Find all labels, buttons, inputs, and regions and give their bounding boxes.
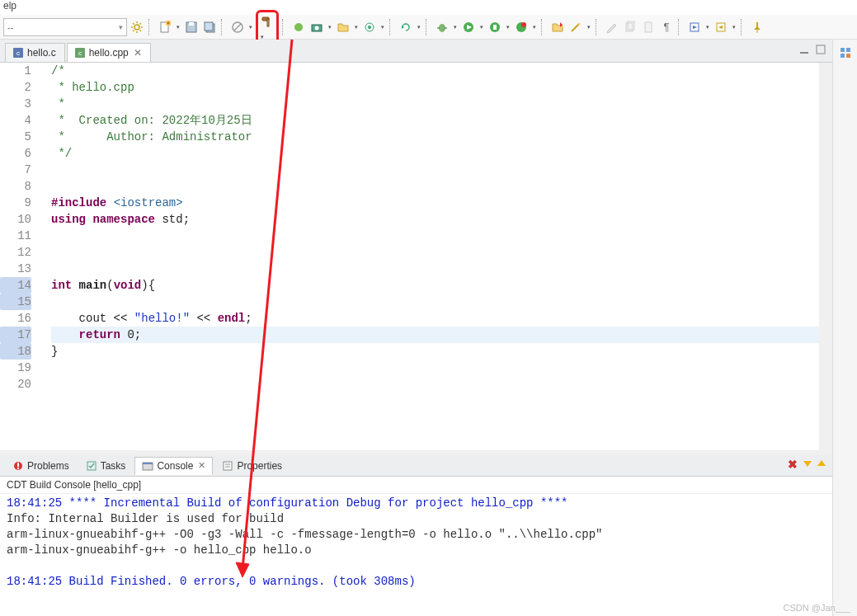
folder-dropdown[interactable]: ▾ bbox=[353, 24, 360, 31]
svg-rect-52 bbox=[817, 45, 825, 54]
code-line[interactable]: int main(void){ bbox=[51, 277, 832, 294]
code-line[interactable]: } bbox=[51, 343, 832, 360]
profile-icon[interactable] bbox=[513, 19, 530, 35]
camera-dropdown[interactable]: ▾ bbox=[327, 24, 333, 31]
pin-icon[interactable] bbox=[749, 19, 765, 35]
code-line[interactable]: /* bbox=[51, 63, 832, 79]
editor-scrollbar[interactable] bbox=[819, 63, 832, 450]
next-annotation-icon[interactable] bbox=[686, 19, 703, 35]
svg-marker-43 bbox=[693, 26, 697, 29]
code-line[interactable]: * Author: Administrator bbox=[51, 129, 832, 145]
code-line[interactable] bbox=[51, 261, 832, 277]
bottom-tab-properties[interactable]: Properties bbox=[214, 457, 290, 475]
code-line[interactable]: return 0; bbox=[51, 327, 832, 343]
svg-line-8 bbox=[140, 23, 142, 25]
bottom-tab-problems[interactable]: Problems bbox=[5, 457, 77, 475]
profile-dropdown[interactable]: ▾ bbox=[531, 24, 538, 31]
code-line[interactable]: */ bbox=[51, 145, 832, 162]
fold-strip[interactable] bbox=[40, 63, 51, 450]
code-line[interactable] bbox=[51, 376, 832, 393]
next-ann-dropdown[interactable]: ▾ bbox=[704, 24, 711, 31]
coverage-icon[interactable] bbox=[487, 19, 503, 35]
console-up-icon[interactable] bbox=[816, 458, 827, 469]
outline-perspective-icon[interactable] bbox=[837, 45, 854, 61]
editor-tab-hello-c[interactable]: chello.c bbox=[5, 43, 65, 62]
toggle-mark-icon[interactable]: ¶ bbox=[658, 19, 675, 35]
refresh-icon[interactable] bbox=[398, 19, 414, 35]
debug-dropdown[interactable]: ▾ bbox=[452, 24, 459, 31]
close-console-icon[interactable]: ✖ bbox=[788, 458, 799, 469]
new-dropdown[interactable]: ▾ bbox=[175, 24, 181, 31]
code-line[interactable] bbox=[51, 178, 832, 195]
paste-icon[interactable] bbox=[640, 19, 657, 35]
code-editor[interactable]: 1234567891011121314151617181920 /* * hel… bbox=[0, 63, 832, 450]
ext-tools-icon[interactable] bbox=[549, 19, 566, 35]
console-down-icon[interactable] bbox=[802, 458, 813, 469]
camera-icon[interactable] bbox=[308, 19, 325, 35]
code-line[interactable]: #include <iostream> bbox=[51, 195, 832, 211]
debug-icon[interactable] bbox=[434, 19, 450, 35]
code-line[interactable]: * bbox=[51, 96, 832, 112]
launch-config-selector[interactable]: --▾ bbox=[3, 18, 127, 36]
code-line[interactable]: * hello.cpp bbox=[51, 79, 832, 96]
close-icon[interactable]: ✕ bbox=[198, 460, 205, 471]
stop-dropdown[interactable]: ▾ bbox=[247, 24, 254, 31]
svg-rect-59 bbox=[224, 462, 232, 470]
wand-icon[interactable] bbox=[567, 19, 584, 35]
code-line[interactable] bbox=[51, 294, 832, 310]
svg-text:c: c bbox=[16, 49, 20, 57]
svg-rect-33 bbox=[493, 25, 497, 30]
bottom-tab-console[interactable]: Console✕ bbox=[134, 457, 213, 475]
code-line[interactable] bbox=[51, 244, 832, 261]
copy-icon[interactable] bbox=[622, 19, 638, 35]
main-toolbar: --▾ ▾ ▾ ▾ ▾ ▾ ▾ ▾ ▾ ▾ ▾ ▾ ▾ ¶ ▾ ▾ bbox=[0, 15, 857, 40]
bottom-tab-tasks[interactable]: Tasks bbox=[78, 457, 134, 475]
console-title: CDT Build Console [hello_cpp] bbox=[0, 477, 832, 494]
prev-annotation-icon[interactable] bbox=[713, 19, 729, 35]
svg-line-5 bbox=[133, 23, 134, 25]
svg-point-35 bbox=[521, 22, 526, 27]
maximize-view-icon[interactable] bbox=[814, 43, 827, 56]
properties-icon bbox=[222, 460, 233, 472]
close-tab-icon[interactable]: ✕ bbox=[134, 47, 142, 59]
svg-rect-51 bbox=[800, 52, 808, 54]
console-line: 18:41:25 Build Finished. 0 errors, 0 war… bbox=[7, 574, 826, 590]
code-line[interactable] bbox=[51, 162, 832, 178]
console-line: arm-linux-gnueabihf-g++ -O0 -g3 -Wall -c… bbox=[7, 527, 826, 543]
code-line[interactable] bbox=[51, 228, 832, 244]
svg-rect-65 bbox=[846, 48, 850, 52]
target-dropdown[interactable]: ▾ bbox=[379, 24, 386, 31]
code-line[interactable]: using namespace std; bbox=[51, 211, 832, 228]
code-line[interactable]: * Created on: 2022年10月25日 bbox=[51, 112, 832, 129]
run-icon[interactable] bbox=[460, 19, 477, 35]
editor-tab-hello-cpp[interactable]: chello.cpp✕ bbox=[67, 43, 151, 62]
new-icon[interactable] bbox=[157, 19, 173, 35]
save-icon[interactable] bbox=[183, 19, 200, 35]
open-folder-icon[interactable] bbox=[335, 19, 351, 35]
run-dropdown[interactable]: ▾ bbox=[478, 24, 485, 31]
svg-rect-41 bbox=[645, 22, 652, 32]
build-hammer-icon[interactable] bbox=[259, 13, 275, 30]
target-icon[interactable] bbox=[361, 19, 378, 35]
svg-line-18 bbox=[234, 24, 241, 31]
stop-build-icon[interactable] bbox=[229, 19, 246, 35]
svg-rect-16 bbox=[205, 22, 213, 31]
edit-icon[interactable] bbox=[604, 19, 620, 35]
coverage-dropdown[interactable]: ▾ bbox=[505, 24, 511, 31]
console-line: arm-linux-gnueabihf-g++ -o hello_cpp hel… bbox=[7, 543, 826, 558]
console-line: 18:41:25 **** Incremental Build of confi… bbox=[7, 496, 826, 511]
code-content[interactable]: /* * hello.cpp * * Created on: 2022年10月2… bbox=[51, 63, 832, 450]
gear-icon[interactable] bbox=[129, 19, 145, 35]
code-line[interactable] bbox=[51, 360, 832, 376]
prev-ann-dropdown[interactable]: ▾ bbox=[731, 24, 737, 31]
minimize-view-icon[interactable] bbox=[798, 43, 811, 56]
svg-text:c: c bbox=[78, 49, 82, 57]
save-all-icon[interactable] bbox=[201, 19, 218, 35]
new-cpp-class-icon[interactable] bbox=[290, 19, 307, 35]
code-line[interactable]: cout << "hello!" << endl; bbox=[51, 310, 832, 327]
svg-line-7 bbox=[133, 30, 134, 31]
refresh-dropdown[interactable]: ▾ bbox=[416, 24, 422, 31]
line-gutter[interactable]: 1234567891011121314151617181920 bbox=[0, 63, 40, 450]
wand-dropdown[interactable]: ▾ bbox=[586, 24, 592, 31]
console-output[interactable]: 18:41:25 **** Incremental Build of confi… bbox=[0, 494, 832, 616]
